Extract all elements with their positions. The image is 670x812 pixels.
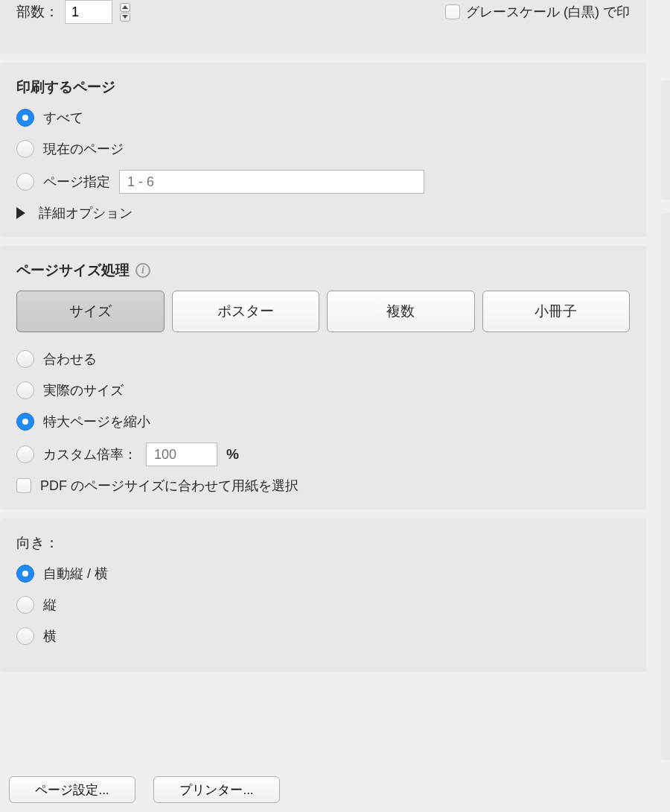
sizing-title: ページサイズ処理 i [16,261,630,280]
chevron-up-icon [122,5,128,9]
orientation-portrait-label: 縦 [43,596,57,614]
grayscale-group: グレースケール (白黒) で印 [445,3,630,21]
orientation-auto-label: 自動縦 / 横 [43,565,108,583]
custom-scale-input[interactable] [146,443,217,466]
sizing-actual-label: 実際のサイズ [43,381,124,399]
pages-current-label: 現在のページ [43,140,124,158]
sizing-tabs: サイズ ポスター 複数 小冊子 [16,291,630,332]
sizing-title-text: ページサイズ処理 [16,261,130,280]
sizing-section: ページサイズ処理 i サイズ ポスター 複数 小冊子 合わせる 実際のサイズ 特… [0,246,646,510]
copies-section: 部数： グレースケール (白黒) で印 [0,0,646,54]
copies-label: 部数： [16,2,59,22]
side-panel-top [661,80,670,200]
sizing-shrink-label: 特大ページを縮小 [43,413,150,431]
tab-booklet[interactable]: 小冊子 [482,291,631,332]
pages-all-radio[interactable] [16,109,34,127]
sizing-actual-radio[interactable] [16,381,34,399]
disclosure-triangle-icon [16,207,25,219]
advanced-options-label: 詳細オプション [39,204,133,222]
copies-spinner [120,3,130,22]
pages-range-radio[interactable] [16,173,34,191]
sizing-fit-label: 合わせる [43,350,97,368]
svg-marker-1 [122,15,128,19]
pages-all-label: すべて [43,109,83,127]
page-setup-button[interactable]: ページ設定... [9,776,135,803]
pages-range-label: ページ指定 [43,173,110,191]
pages-range-input[interactable] [119,170,424,194]
grayscale-checkbox[interactable] [445,4,460,19]
orientation-auto-radio[interactable] [16,565,34,583]
chevron-down-icon [122,15,128,19]
grayscale-label: グレースケール (白黒) で印 [466,3,630,21]
sizing-shrink-radio[interactable] [16,413,34,431]
tab-multiple[interactable]: 複数 [327,291,475,332]
orientation-landscape-label: 横 [43,627,57,645]
footer-bar: ページ設定... プリンター... [0,776,670,803]
copies-input[interactable] [65,0,112,24]
info-icon[interactable]: i [135,263,150,278]
copies-group: 部数： [16,0,130,24]
tab-poster[interactable]: ポスター [172,291,320,332]
side-panel-bottom [661,213,670,760]
sizing-fit-radio[interactable] [16,350,34,368]
orientation-section: 向き： 自動縦 / 横 縦 横 [0,518,646,672]
choose-paper-label: PDF のページサイズに合わせて用紙を選択 [40,477,299,495]
orientation-title: 向き： [16,533,630,553]
printer-button[interactable]: プリンター... [153,776,280,803]
sizing-custom-radio[interactable] [16,445,34,463]
pages-title: 印刷するページ [16,77,630,97]
custom-scale-unit: % [226,446,239,463]
orientation-portrait-radio[interactable] [16,596,34,614]
pages-current-radio[interactable] [16,140,34,158]
choose-paper-checkbox[interactable] [16,478,31,493]
advanced-options-toggle[interactable]: 詳細オプション [16,204,630,222]
copies-spinner-down[interactable] [120,13,130,22]
pages-section: 印刷するページ すべて 現在のページ ページ指定 詳細オプション [0,63,646,237]
sizing-custom-label: カスタム倍率： [43,445,137,463]
svg-marker-0 [122,5,128,9]
orientation-landscape-radio[interactable] [16,627,34,645]
tab-size[interactable]: サイズ [16,291,165,332]
copies-spinner-up[interactable] [120,3,130,12]
